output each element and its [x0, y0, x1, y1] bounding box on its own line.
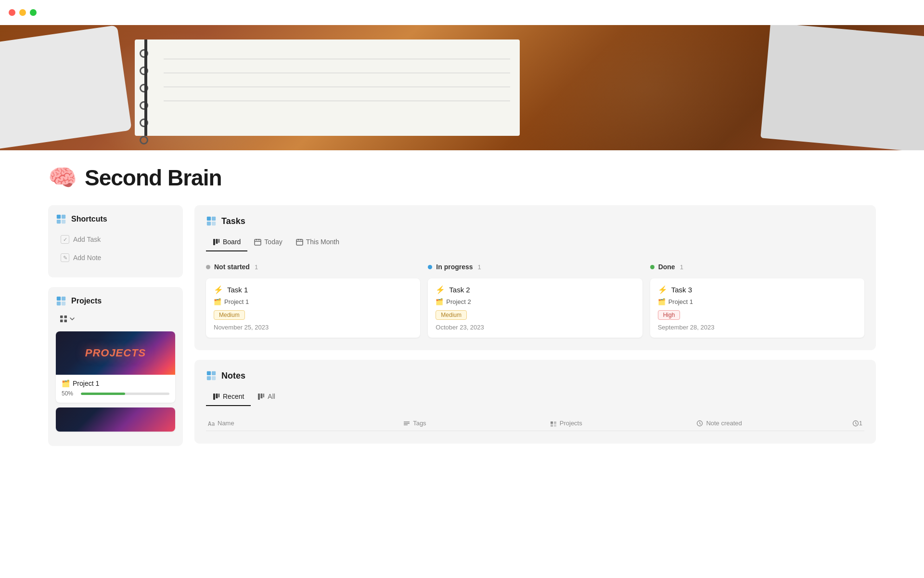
project-1-progress-label: 50%	[62, 390, 77, 397]
svg-rect-3	[62, 220, 65, 223]
add-note-button[interactable]: ✎ Add Note	[56, 250, 175, 266]
task-2-title: Task 2	[449, 286, 470, 294]
svg-rect-14	[207, 222, 211, 225]
project-1-thumbnail-text: PROJECTS	[85, 347, 146, 359]
tab-board-label: Board	[223, 238, 241, 246]
task-1-emoji: ⚡	[214, 285, 223, 294]
task-2-emoji: ⚡	[436, 285, 445, 294]
task-3-title-row: ⚡ Task 3	[658, 285, 857, 294]
column-done: Done 1 ⚡ Task 3 🗂️ Project 1	[650, 261, 864, 338]
svg-rect-28	[212, 371, 216, 375]
main-layout: Shortcuts ✓ Add Task ✎ Add Note	[48, 205, 876, 446]
task-3-emoji: ⚡	[658, 285, 667, 294]
tab-all-label: All	[268, 393, 275, 400]
project-1-info: 🗂️ Project 1 50%	[56, 375, 175, 403]
col-created-label: Note created	[706, 420, 742, 427]
titlebar	[0, 0, 924, 25]
tab-recent-label: Recent	[223, 393, 244, 400]
notes-title: Notes	[221, 371, 245, 381]
svg-rect-19	[255, 239, 261, 245]
svg-line-50	[856, 423, 857, 424]
svg-rect-18	[218, 239, 219, 243]
done-count: 1	[680, 263, 683, 271]
tablet-right-decoration	[760, 25, 924, 150]
tab-board[interactable]: Board	[206, 234, 247, 251]
name-col-icon: Aa	[208, 420, 215, 427]
projects-controls	[56, 313, 175, 325]
projects-view-button[interactable]	[56, 313, 79, 325]
svg-rect-34	[258, 394, 260, 400]
svg-rect-32	[216, 394, 218, 398]
not-started-title: Not started	[214, 263, 250, 271]
task-card-2[interactable]: ⚡ Task 2 🗂️ Project 2 Medium October 23,…	[428, 278, 642, 338]
svg-rect-23	[296, 239, 303, 245]
project-1-progress-fill	[81, 393, 125, 395]
svg-rect-0	[57, 215, 61, 219]
column-not-started-header: Not started 1	[206, 261, 420, 273]
maximize-button[interactable]	[30, 9, 37, 16]
project-card-2[interactable]	[56, 407, 175, 432]
project-2-thumbnail	[56, 407, 175, 432]
add-task-button[interactable]: ✓ Add Task	[56, 231, 175, 248]
checkbox-icon: ✓	[61, 235, 69, 244]
notes-section: Notes Recent	[194, 360, 876, 444]
col-tags-label: Tags	[413, 420, 426, 427]
close-button[interactable]	[9, 9, 15, 16]
month-tab-icon	[296, 238, 303, 246]
task-2-title-row: ⚡ Task 2	[436, 285, 634, 294]
task-card-1[interactable]: ⚡ Task 1 🗂️ Project 1 Medium November 25…	[206, 278, 420, 338]
task-2-date: October 23, 2023	[436, 324, 634, 331]
tab-today[interactable]: Today	[247, 234, 289, 251]
column-in-progress: In progress 1 ⚡ Task 2 🗂️ Project 2	[428, 261, 642, 338]
project-card-1[interactable]: PROJECTS 🗂️ Project 1 50%	[56, 331, 175, 403]
page-content: 🧠 Second Brain Shortcuts ✓ A	[0, 150, 924, 475]
add-note-label: Add Note	[73, 254, 101, 262]
shortcuts-section: Shortcuts ✓ Add Task ✎ Add Note	[48, 205, 183, 277]
tab-recent[interactable]: Recent	[206, 389, 251, 406]
tab-this-month[interactable]: This Month	[289, 234, 346, 251]
svg-rect-15	[212, 222, 216, 225]
svg-rect-9	[64, 315, 67, 318]
notebook-lines	[164, 59, 510, 101]
minimize-button[interactable]	[19, 9, 26, 16]
task-2-priority: Medium	[436, 310, 467, 320]
svg-rect-41	[551, 421, 553, 424]
svg-rect-44	[554, 424, 556, 427]
task-3-date: September 28, 2023	[658, 324, 857, 331]
col-created-header: Note created	[696, 420, 843, 427]
tab-all[interactable]: All	[251, 389, 282, 406]
col-tags-header: Tags	[403, 420, 550, 427]
projects-title: Projects	[71, 297, 102, 305]
note-icon: ✎	[61, 253, 69, 262]
svg-rect-4	[57, 297, 61, 301]
not-started-dot	[206, 265, 210, 269]
grid-icon	[60, 315, 67, 323]
created-col-icon	[696, 420, 703, 427]
done-dot	[650, 265, 654, 269]
task-card-3[interactable]: ⚡ Task 3 🗂️ Project 1 High September 28,…	[650, 278, 864, 338]
shortcuts-header: Shortcuts	[56, 214, 175, 224]
task-3-title: Task 3	[671, 286, 692, 294]
tab-today-label: Today	[264, 238, 282, 246]
svg-rect-6	[57, 302, 61, 305]
svg-rect-10	[60, 320, 63, 323]
svg-rect-11	[64, 320, 67, 323]
done-title: Done	[658, 263, 675, 271]
task-1-date: November 25, 2023	[214, 324, 412, 331]
today-tab-icon	[254, 238, 261, 246]
project-1-progress-track	[81, 393, 169, 395]
task-3-project: 🗂️ Project 1	[658, 298, 857, 305]
sidebar: Shortcuts ✓ Add Task ✎ Add Note	[48, 205, 183, 446]
board-tab-icon	[213, 238, 220, 246]
tasks-section: Tasks Board	[194, 205, 876, 350]
svg-rect-30	[212, 376, 216, 380]
tags-col-icon	[403, 420, 410, 427]
svg-rect-42	[554, 421, 556, 424]
column-not-started: Not started 1 ⚡ Task 1 🗂️ Project 1	[206, 261, 420, 338]
in-progress-title: In progress	[436, 263, 473, 271]
in-progress-dot	[428, 265, 432, 269]
not-started-count: 1	[255, 263, 258, 271]
svg-rect-8	[60, 315, 63, 318]
svg-rect-13	[212, 217, 216, 221]
tablet-left-decoration	[0, 25, 132, 150]
